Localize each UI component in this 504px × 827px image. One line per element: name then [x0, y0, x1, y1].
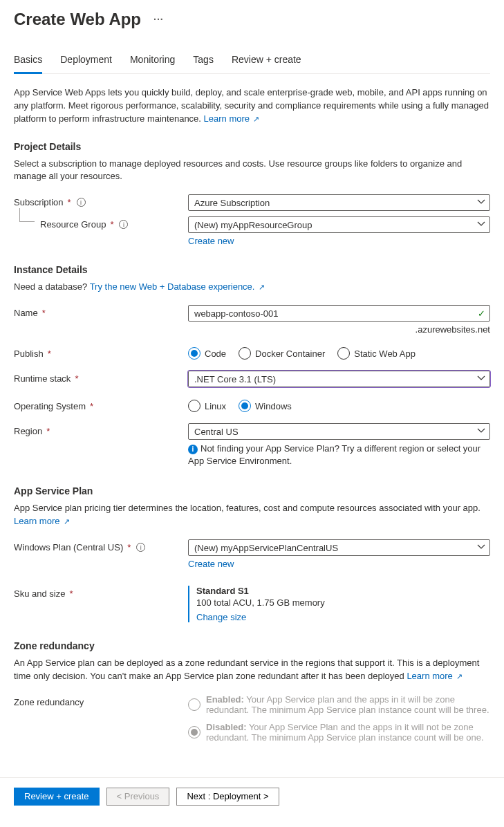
required-star: *: [69, 588, 73, 599]
resource-group-label: Resource Group * i: [14, 216, 188, 230]
plan-learn-more-link[interactable]: Learn more ↗: [14, 516, 70, 526]
region-hint: iNot finding your App Service Plan? Try …: [188, 443, 490, 467]
external-link-icon: ↗: [61, 517, 69, 526]
publish-radio-code[interactable]: Code: [188, 347, 226, 360]
previous-button: < Previous: [106, 788, 170, 806]
db-prompt: Need a database? Try the new Web + Datab…: [14, 281, 490, 294]
tabs: Basics Deployment Monitoring Tags Review…: [14, 50, 490, 74]
required-star: *: [46, 426, 50, 436]
create-new-plan-link[interactable]: Create new: [188, 559, 234, 569]
sku-label: Sku and size *: [14, 586, 188, 599]
required-star: *: [110, 219, 113, 230]
sku-box: Standard S1 100 total ACU, 1.75 GB memor…: [188, 586, 490, 622]
page-title: Create Web App ···: [14, 10, 490, 29]
external-link-icon: ↗: [256, 283, 264, 291]
db-link-text: Try the new Web + Database experience.: [90, 281, 255, 292]
required-star: *: [127, 542, 131, 552]
rg-label-text: Resource Group: [40, 219, 106, 230]
create-new-rg-link[interactable]: Create new: [188, 236, 234, 246]
info-icon[interactable]: i: [119, 220, 128, 229]
zone-learn-more-link[interactable]: Learn more ↗: [407, 671, 463, 681]
plan-desc: App Service plan pricing tier determines…: [14, 502, 490, 528]
section-app-service-plan: App Service Plan App Service plan pricin…: [14, 485, 490, 622]
info-icon[interactable]: i: [136, 543, 145, 552]
publish-radio-docker[interactable]: Docker Container: [239, 347, 325, 360]
sku-label-text: Sku and size: [14, 588, 65, 599]
chevron-down-icon: [477, 427, 485, 437]
required-star: *: [42, 308, 46, 318]
radio-label: Code: [205, 349, 226, 359]
region-hint-text: Not finding your App Service Plan? Try a…: [188, 443, 480, 466]
resource-group-select[interactable]: (New) myAppResourceGroup: [188, 216, 490, 233]
intro-learn-more-link[interactable]: Learn more ↗: [204, 113, 260, 124]
runtime-value: .NET Core 3.1 (LTS): [194, 374, 276, 384]
region-label-text: Region: [14, 426, 42, 436]
intro-learn-label: Learn more: [204, 113, 250, 124]
rg-value: (New) myAppResourceGroup: [194, 220, 312, 230]
region-select[interactable]: Central US: [188, 423, 490, 440]
more-icon[interactable]: ···: [153, 14, 164, 25]
info-icon[interactable]: i: [77, 198, 86, 207]
radio-circle-icon: [188, 698, 200, 711]
chevron-down-icon: [477, 543, 485, 553]
publish-label-text: Publish: [14, 349, 44, 359]
change-size-link[interactable]: Change size: [196, 612, 246, 622]
radio-label: Linux: [205, 401, 226, 411]
os-radios: Linux Windows: [188, 398, 490, 412]
zone-learn-label: Learn more: [407, 671, 452, 681]
zone-radio-disabled: Disabled: Your App Service Plan and the …: [188, 722, 490, 743]
zone-enabled-text: Enabled: Your App Service plan and the a…: [206, 694, 490, 715]
tab-basics[interactable]: Basics: [14, 50, 42, 74]
next-button[interactable]: Next : Deployment >: [176, 788, 279, 806]
web-database-link[interactable]: Try the new Web + Database experience. ↗: [90, 281, 265, 292]
section-instance-details: Instance Details Need a database? Try th…: [14, 264, 490, 467]
runtime-select[interactable]: .NET Core 3.1 (LTS): [188, 371, 490, 387]
name-value: webapp-contoso-001: [194, 308, 278, 319]
os-label: Operating System *: [14, 398, 188, 411]
instance-heading: Instance Details: [14, 264, 490, 275]
name-label: Name *: [14, 305, 188, 318]
tab-monitoring[interactable]: Monitoring: [130, 50, 175, 73]
plan-desc-text: App Service plan pricing tier determines…: [14, 503, 480, 513]
zone-desc: An App Service plan can be deployed as a…: [14, 657, 490, 683]
plan-select[interactable]: (New) myAppServicePlanCentralUS: [188, 539, 490, 556]
required-star: *: [90, 401, 93, 411]
subscription-label: Subscription * i: [14, 194, 188, 207]
zone-label: Zone redundancy: [14, 694, 188, 707]
os-radio-linux[interactable]: Linux: [188, 400, 226, 412]
plan-value: (New) myAppServicePlanCentralUS: [194, 543, 338, 553]
radio-circle-icon: [188, 726, 200, 738]
project-desc: Select a subscription to manage deployed…: [14, 158, 490, 184]
radio-label: Static Web App: [354, 349, 416, 359]
review-create-button[interactable]: Review + create: [14, 788, 100, 806]
os-radio-windows[interactable]: Windows: [239, 400, 292, 412]
required-star: *: [68, 197, 71, 207]
name-label-text: Name: [14, 308, 38, 318]
external-link-icon: ↗: [251, 115, 259, 123]
sku-detail: 100 total ACU, 1.75 GB memory: [196, 597, 490, 608]
plan-label: Windows Plan (Central US) * i: [14, 539, 188, 552]
publish-radio-static[interactable]: Static Web App: [337, 347, 416, 360]
tab-tags[interactable]: Tags: [193, 50, 214, 73]
page-title-text: Create Web App: [14, 10, 141, 29]
section-zone-redundancy: Zone redundancy An App Service plan can …: [14, 640, 490, 750]
name-input[interactable]: webapp-contoso-001 ✓: [188, 305, 490, 322]
intro-text: App Service Web Apps lets you quickly bu…: [14, 86, 490, 126]
footer-buttons: Review + create < Previous Next : Deploy…: [0, 777, 504, 815]
plan-label-text: Windows Plan (Central US): [14, 542, 123, 552]
radio-label: Docker Container: [255, 349, 325, 359]
sku-name: Standard S1: [196, 586, 490, 596]
zone-label-text: Zone redundancy: [14, 697, 84, 707]
runtime-label: Runtime stack *: [14, 371, 188, 384]
subscription-select[interactable]: Azure Subscription: [188, 194, 490, 211]
section-project-details: Project Details Select a subscription to…: [14, 141, 490, 247]
tab-deployment[interactable]: Deployment: [60, 50, 112, 73]
domain-suffix: .azurewebsites.net: [188, 324, 490, 335]
zone-radio-enabled: Enabled: Your App Service plan and the a…: [188, 694, 490, 715]
publish-radios: Code Docker Container Static Web App: [188, 346, 490, 360]
subscription-label-text: Subscription: [14, 197, 64, 207]
region-value: Central US: [194, 427, 239, 437]
runtime-label-text: Runtime stack: [14, 373, 71, 384]
tab-review-create[interactable]: Review + create: [232, 50, 301, 73]
subscription-value: Azure Subscription: [194, 198, 270, 208]
